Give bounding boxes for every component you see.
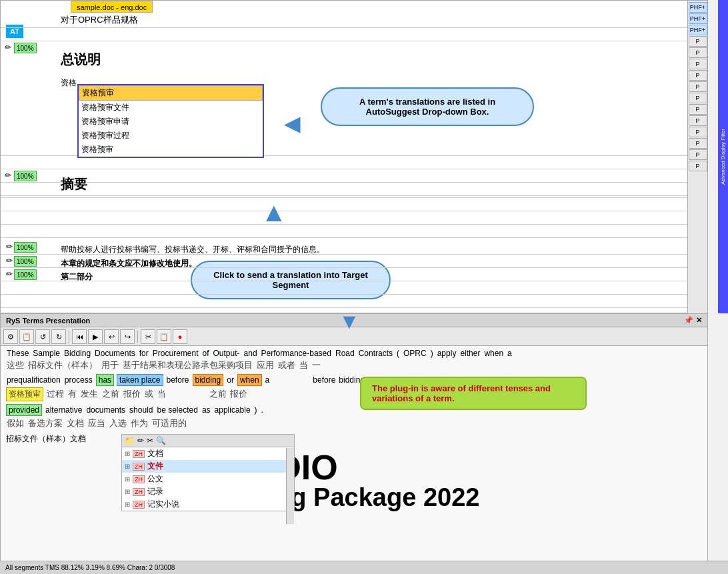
tree-item-3[interactable]: ⊞ ZH 记录 bbox=[122, 485, 294, 498]
toolbar-red-dot[interactable]: ● bbox=[173, 329, 187, 344]
toolbar-gear[interactable]: ⚙ bbox=[3, 329, 18, 344]
toolbar-forward[interactable]: ↪ bbox=[120, 329, 135, 344]
tree-item-4[interactable]: ⊞ ZH 记实小说 bbox=[122, 498, 294, 511]
zh-badge-4: ZH bbox=[133, 501, 145, 509]
zh-before: 之前 bbox=[101, 388, 120, 400]
file-tree-toolbar: 📁 ✏ ✂ 🔍 bbox=[122, 435, 294, 447]
tree-scrollbar[interactable] bbox=[286, 448, 294, 524]
right-sidebar: PHF+ PHF+ PHF+ P P P P P P P P P P P P bbox=[687, 1, 707, 314]
p-btn-2[interactable]: P bbox=[689, 47, 707, 58]
toolbar-redo[interactable]: ↻ bbox=[51, 329, 66, 344]
callout-autosuggest: A term's translations are listed in Auto… bbox=[321, 87, 534, 126]
p-btn-5[interactable]: P bbox=[689, 81, 707, 92]
seg-row2-en: prequalification process has taken place… bbox=[6, 374, 702, 386]
pct-badge-1: 100% bbox=[14, 43, 37, 53]
autosuggest-dropdown[interactable]: 资格预审 资格预审文件 资格预审申请 资格预审过程 资格预审 bbox=[77, 84, 264, 158]
toolbar-back[interactable]: ↩ bbox=[104, 329, 119, 344]
expand-icon-3: ⊞ bbox=[125, 488, 130, 495]
status-bar: All segments TMS 88.12% 3.19% 8.69% Char… bbox=[0, 561, 728, 574]
autosuggest-selected[interactable]: 资格预审 bbox=[79, 85, 263, 101]
zh-applicable: 可适用的 bbox=[151, 417, 187, 429]
word-for: for bbox=[139, 349, 149, 358]
status-text: All segments TMS 88.12% 3.19% 8.69% Char… bbox=[5, 564, 175, 571]
autosuggest-item-2[interactable]: 资格预审过程 bbox=[79, 129, 263, 143]
zh-when: 当 bbox=[157, 388, 167, 400]
tree-item-1[interactable]: ⊞ ZH 文件 bbox=[122, 460, 294, 473]
segment-content: These Sample Bidding Documents for Procu… bbox=[1, 346, 707, 447]
word-documents: Documents bbox=[94, 349, 136, 358]
expand-icon-2: ⊞ bbox=[125, 475, 130, 483]
word-taken-place: taken place bbox=[117, 374, 163, 386]
filter-sidebar[interactable]: Advanced Display Filter bbox=[718, 0, 728, 313]
pencil-icon-2: ✏ bbox=[5, 171, 11, 180]
p-btn-10[interactable]: P bbox=[689, 138, 707, 149]
section1-sub: 资格 bbox=[61, 77, 77, 89]
word-bidding: bidding bbox=[193, 374, 224, 386]
zh-documents: 文档 bbox=[66, 417, 85, 429]
zh-a: 一 bbox=[311, 359, 321, 371]
p-btn-11[interactable]: P bbox=[689, 149, 707, 160]
toolbar-paste[interactable]: 📋 bbox=[157, 329, 171, 344]
p-btn-6[interactable]: P bbox=[689, 93, 707, 103]
tree-toolbar-icon1[interactable]: 📁 bbox=[125, 436, 135, 445]
p-btn-1[interactable]: P bbox=[689, 36, 707, 47]
zh-as: 作为 bbox=[130, 417, 149, 429]
zh-bidding2: 报价 bbox=[229, 388, 248, 400]
word-prequalification: prequalification bbox=[6, 375, 61, 385]
tree-toolbar-icon4[interactable]: 🔍 bbox=[156, 436, 166, 445]
autosuggest-item-1[interactable]: 资格预审申请 bbox=[79, 115, 263, 129]
word-performance: Performance-based bbox=[261, 349, 332, 358]
autosuggest-item-3[interactable]: 资格预审 bbox=[79, 143, 263, 157]
word-either: either bbox=[459, 349, 481, 358]
word-documents: documents bbox=[85, 405, 126, 415]
phf-btn-2[interactable]: PHF+ bbox=[689, 13, 707, 24]
toolbar-copy[interactable]: 📋 bbox=[19, 329, 34, 344]
pin-icon[interactable]: 📌 bbox=[684, 316, 693, 325]
zh-prequalification: 资格预审 bbox=[6, 387, 43, 401]
zh-procurement: 基于结果和表现公路承包采购项目 bbox=[122, 359, 253, 371]
p-btn-9[interactable]: P bbox=[689, 127, 707, 137]
zh-badge-0: ZH bbox=[133, 450, 145, 458]
zh-badge-2: ZH bbox=[133, 475, 145, 483]
word-rparen: ) bbox=[430, 349, 434, 358]
tree-item-2[interactable]: ⊞ ZH 公文 bbox=[122, 473, 294, 485]
p-btn-12[interactable]: P bbox=[689, 161, 707, 171]
seg-row3-zh: 假如 备选方案 文档 应当 入选 作为 可适用的 bbox=[6, 417, 702, 429]
p-btn-8[interactable]: P bbox=[689, 115, 707, 126]
pct-badge-4: 100% bbox=[14, 256, 37, 267]
p-btn-4[interactable]: P bbox=[689, 70, 707, 81]
close-icon[interactable]: ✕ bbox=[696, 316, 702, 325]
tree-label-4: 记实小说 bbox=[147, 499, 179, 510]
phf-btn-1[interactable]: PHF+ bbox=[689, 2, 707, 13]
tree-label-0: 文档 bbox=[147, 448, 163, 459]
toolbar-play[interactable]: ▶ bbox=[88, 329, 103, 344]
seg-row3-en: provided alternative documents should be… bbox=[6, 404, 702, 416]
word-apply: apply bbox=[437, 349, 457, 358]
zh-or: 或 bbox=[144, 388, 154, 400]
toolbar-undo[interactable]: ↺ bbox=[35, 329, 50, 344]
pct-badge-3: 100% bbox=[14, 242, 37, 253]
seg-row2-zh: 资格预审 过程 有 发生 之前 报价 或 当 之前 报价 bbox=[6, 387, 702, 401]
tree-toolbar-icon2[interactable]: ✏ bbox=[137, 436, 144, 445]
word-alternative: alternative bbox=[45, 405, 83, 415]
tree-toolbar-icon3[interactable]: ✂ bbox=[147, 436, 153, 445]
word-of: of bbox=[202, 349, 210, 358]
zh-bidding: 报价 bbox=[123, 388, 141, 400]
zh-process: 过程 bbox=[46, 388, 65, 400]
p-btn-7[interactable]: P bbox=[689, 104, 707, 115]
word-when: when bbox=[483, 349, 504, 358]
terms-panel-title: RyS Terms Presentation bbox=[6, 317, 90, 325]
zh-badge-1: ZH bbox=[133, 463, 145, 471]
autosuggest-item-0[interactable]: 资格预审文件 bbox=[79, 101, 263, 115]
word-contracts: Contracts bbox=[358, 349, 393, 358]
pencil-icon-4: ✏ bbox=[6, 256, 13, 265]
phf-btn-3[interactable]: PHF+ bbox=[689, 25, 707, 35]
tree-item-0[interactable]: ⊞ ZH 文档 bbox=[122, 447, 294, 460]
toolbar-play-back[interactable]: ⏮ bbox=[72, 329, 87, 344]
file-tab[interactable]: sample.doc - eng.doc bbox=[71, 1, 153, 13]
tree-label-2: 公文 bbox=[147, 473, 163, 485]
toolbar-cut[interactable]: ✂ bbox=[141, 329, 155, 344]
expand-icon-1: ⊞ bbox=[125, 463, 130, 470]
toolbar-sep-2 bbox=[137, 331, 138, 343]
p-btn-3[interactable]: P bbox=[689, 59, 707, 69]
